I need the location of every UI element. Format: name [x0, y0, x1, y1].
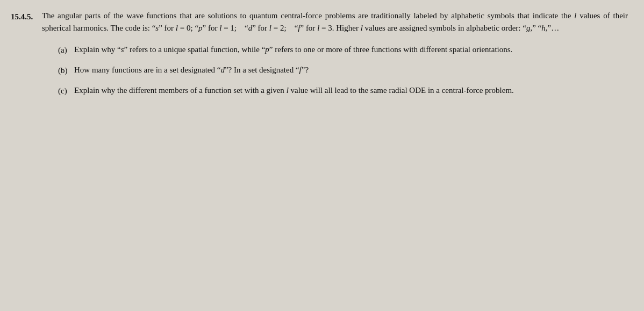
sub-part-a-text: Explain why “s” refers to a unique spati…: [74, 44, 512, 56]
problem-number: 15.4.5.: [11, 10, 42, 105]
sub-part-b-text: How many functions are in a set designat…: [74, 64, 309, 77]
sub-part-b-label: (b): [58, 64, 74, 77]
sub-part-c-label: (c): [58, 84, 74, 97]
problem-main-text: The angular parts of the wave functions …: [42, 10, 628, 105]
sub-part-a-label: (a): [58, 44, 74, 56]
sub-part-c-text: Explain why the different members of a f…: [74, 84, 514, 97]
sub-part-b: (b) How many functions are in a set desi…: [58, 64, 628, 77]
sub-part-c: (c) Explain why the different members of…: [58, 84, 628, 97]
main-text-line-1: The angular parts of the wave functions …: [42, 10, 628, 35]
sub-parts-container: (a) Explain why “s” refers to a unique s…: [42, 44, 628, 98]
problem-block: 15.4.5. The angular parts of the wave fu…: [11, 10, 628, 105]
page-content: 15.4.5. The angular parts of the wave fu…: [0, 0, 644, 311]
sub-part-a: (a) Explain why “s” refers to a unique s…: [58, 44, 628, 56]
